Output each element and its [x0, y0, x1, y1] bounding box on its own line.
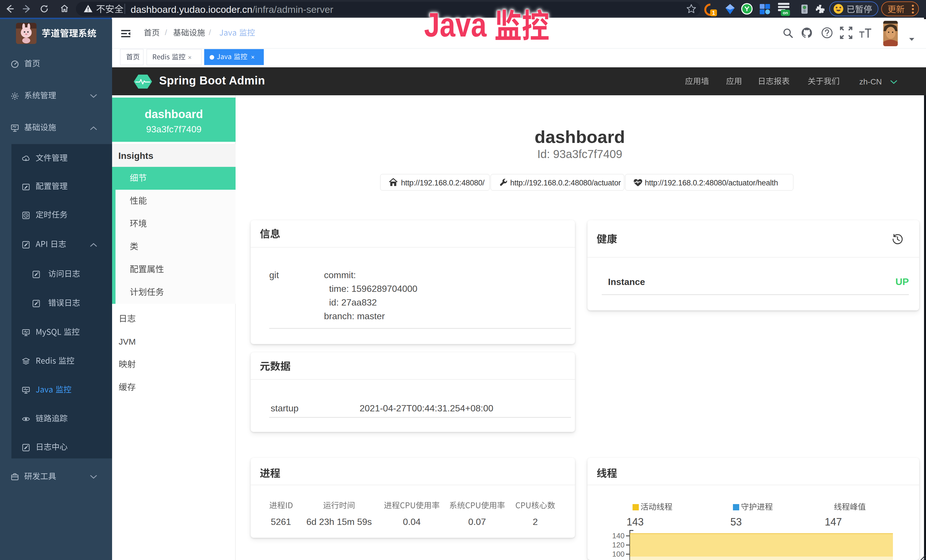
- svg-text:1: 1: [712, 10, 715, 16]
- svg-text:on: on: [783, 10, 788, 15]
